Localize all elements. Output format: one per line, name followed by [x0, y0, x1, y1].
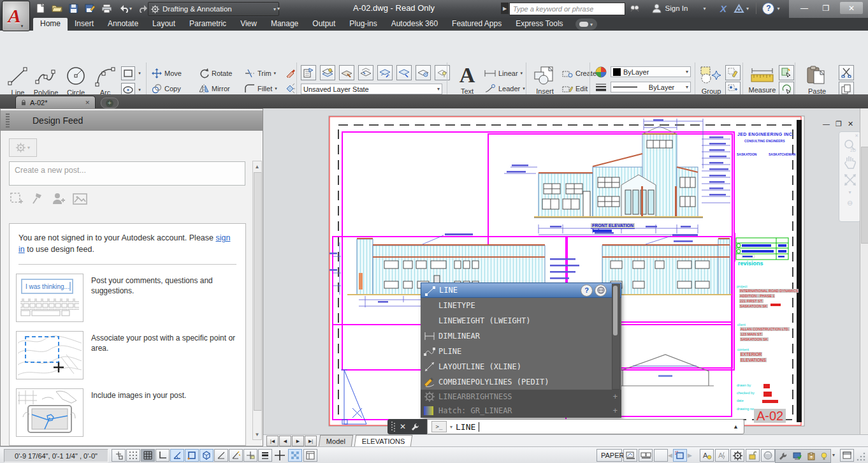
scroll-down-icon[interactable]: ▼ — [253, 430, 261, 439]
copy-button[interactable]: Copy — [152, 82, 181, 96]
next-layout-icon[interactable]: ▶ — [292, 436, 304, 446]
layer-properties-button[interactable] — [301, 65, 316, 80]
layer-state-dropdown[interactable]: Unsaved Layer State▾ — [301, 84, 442, 94]
scroll-up-icon[interactable]: ▲ — [253, 162, 261, 171]
new-drawing-tab-button[interactable]: + — [101, 98, 119, 108]
command-line-grip[interactable]: ✕ — [387, 419, 427, 434]
undo-button[interactable]: ▾ — [116, 2, 135, 15]
tab-express-tools[interactable]: Express Tools — [509, 18, 570, 31]
object-snap-tracking-toggle[interactable] — [214, 449, 228, 462]
quick-view-layouts-button[interactable] — [623, 449, 637, 462]
tab-autodesk360[interactable]: Autodesk 360 — [384, 18, 445, 31]
tab-featured-apps[interactable]: Featured Apps — [445, 18, 509, 31]
qat-overflow-button[interactable]: ▾ — [274, 2, 283, 15]
file-tab-a02[interactable]: A-02* ✕ — [15, 96, 96, 108]
edit-block-button[interactable]: Edit — [562, 82, 588, 96]
image-icon[interactable] — [73, 192, 88, 206]
object-snap-toggle[interactable] — [185, 449, 199, 462]
suggestion-linetype[interactable]: LINETYPE — [421, 298, 621, 313]
design-feed-titlebar[interactable]: Design Feed — [1, 110, 263, 131]
explode-button[interactable] — [285, 82, 295, 94]
clean-screen-button[interactable] — [840, 449, 854, 462]
prev-layout-icon[interactable]: ◀ — [279, 436, 291, 446]
feed-settings-button[interactable]: ▾ — [9, 138, 37, 157]
command-input[interactable]: >_ ▾ LINE ▲ — [427, 419, 744, 434]
minimize-button[interactable]: — — [795, 2, 813, 14]
snap-3d-toggle[interactable] — [199, 449, 213, 462]
ribbon-display-toggle[interactable]: ▾ — [575, 18, 597, 30]
suggestion-layoutline[interactable]: LAYOUTLINE (XLINE) — [421, 359, 621, 374]
doc-minimize-icon[interactable]: — — [823, 120, 830, 128]
internet-search-icon[interactable] — [595, 284, 607, 297]
recent-commands-icon[interactable]: ▾ — [450, 424, 452, 430]
leader-button[interactable]: Leader▾ — [484, 82, 525, 96]
plot-button[interactable] — [99, 2, 113, 15]
command-prompt-icon[interactable]: >_ — [431, 421, 447, 432]
suggestion-lineweight[interactable]: LINEWEIGHT (LWEIGHT) — [421, 313, 621, 328]
workspace-selector[interactable]: Drafting & Annotation ▾ — [148, 2, 279, 16]
quick-select-button[interactable] — [779, 65, 794, 80]
quick-properties-toggle[interactable] — [303, 449, 317, 462]
layer-isolate-button[interactable] — [358, 65, 373, 80]
tray-wrench-icon[interactable] — [779, 452, 787, 460]
scale-prev-icon[interactable]: ◀ — [668, 452, 672, 459]
rectangle-tool-button[interactable] — [121, 66, 135, 80]
transparency-toggle[interactable] — [288, 449, 302, 462]
navigation-bar[interactable]: ✕ 2D ▾ ⊖ — [839, 131, 861, 222]
create-post-input[interactable]: Create a new post... — [9, 161, 245, 186]
layer-match-button[interactable] — [416, 65, 431, 80]
sign-in-button[interactable]: Sign In ▾ — [644, 2, 714, 15]
line-tool-button[interactable]: Line — [5, 66, 31, 96]
tab-output[interactable]: Output — [305, 18, 342, 31]
command-close-icon[interactable]: ✕ — [400, 422, 406, 431]
rotate-button[interactable]: Rotate — [199, 66, 232, 80]
erase-button[interactable] — [285, 66, 295, 79]
suggestion-hatch-gr-linear[interactable]: Hatch: GR_LINEAR+ — [421, 404, 621, 418]
suggestion-line[interactable]: LINE ? — [421, 283, 621, 298]
layer-off-button[interactable] — [339, 65, 354, 80]
pan-hand-icon[interactable] — [843, 155, 857, 170]
help-button[interactable]: ? ▾ — [760, 2, 783, 15]
polar-tracking-toggle[interactable] — [170, 449, 184, 462]
last-layout-icon[interactable]: ▶| — [305, 436, 317, 446]
doc-close-icon[interactable]: ✕ — [848, 120, 853, 128]
auto-annotation-scale-button[interactable]: A — [715, 449, 729, 462]
navbar-more-icon[interactable]: ▾ — [848, 189, 851, 195]
tray-clipboard-icon[interactable] — [807, 452, 815, 460]
suggestion-pline[interactable]: PLINE — [421, 344, 621, 359]
dimension-linear-button[interactable]: Linear▾ — [484, 66, 523, 80]
move-button[interactable]: Move — [152, 66, 182, 80]
toolbar-lock-button[interactable] — [746, 449, 760, 462]
quick-view-drawings-button[interactable] — [639, 449, 653, 462]
dynamic-ucs-toggle[interactable] — [229, 449, 243, 462]
grid-display-toggle[interactable] — [141, 449, 155, 462]
dynamic-input-toggle[interactable] — [243, 449, 257, 462]
select-area-icon[interactable] — [10, 192, 24, 206]
rectangle-flyout[interactable]: ▾ — [136, 66, 143, 80]
feed-scrollbar[interactable]: ▲ ▼ — [252, 161, 262, 440]
search-collapse-button[interactable]: ▶ — [501, 3, 509, 14]
tab-layout[interactable]: Layout — [145, 18, 182, 31]
command-history-toggle[interactable]: ▲ — [733, 423, 739, 430]
palette-grip[interactable] — [6, 114, 10, 128]
application-menu-button[interactable]: A▾ — [2, 1, 30, 31]
layer-walk-button[interactable] — [435, 65, 450, 80]
navbar-collapse-icon[interactable]: ⊖ — [847, 199, 853, 207]
help-icon[interactable]: ? — [581, 284, 593, 297]
workspace-switching-button[interactable] — [730, 449, 744, 462]
ortho-mode-toggle[interactable] — [156, 449, 170, 462]
lineweight-display-toggle[interactable] — [258, 449, 272, 462]
grip-dots[interactable] — [391, 422, 395, 432]
object-color-dropdown[interactable]: ByLayer▾ — [611, 66, 691, 77]
file-tab-close-icon[interactable]: ✕ — [85, 99, 90, 106]
add-person-icon[interactable] — [52, 192, 66, 206]
layer-state-button[interactable] — [320, 65, 335, 80]
layer-freeze-button[interactable] — [377, 65, 393, 80]
tab-view[interactable]: View — [233, 18, 264, 31]
color-wheel-icon[interactable] — [594, 66, 608, 78]
zoom-2d-icon[interactable]: 2D — [843, 138, 857, 152]
suggestion-linearbrightness[interactable]: LINEARBRIGHTNESS+ — [421, 390, 621, 404]
search-input[interactable]: Type a keyword or phrase — [509, 3, 625, 15]
first-layout-icon[interactable]: |◀ — [266, 436, 278, 446]
pin-icon[interactable] — [31, 192, 45, 206]
